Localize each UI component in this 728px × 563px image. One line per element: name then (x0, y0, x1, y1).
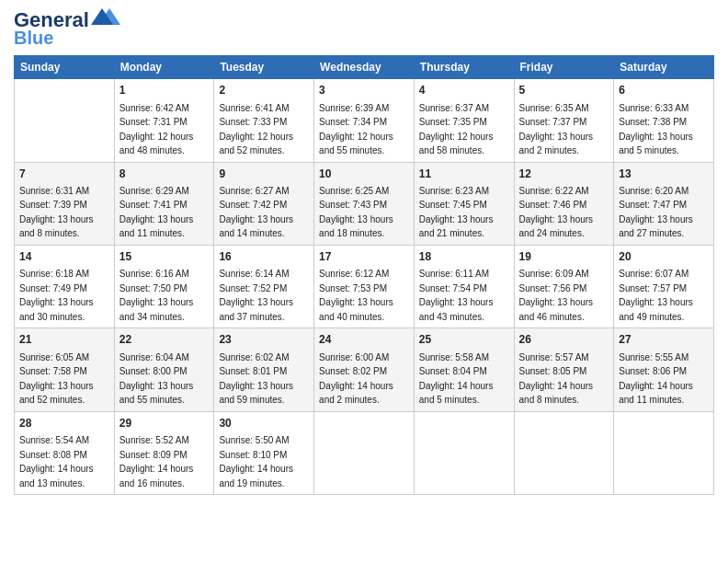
day-number: 27 (619, 332, 709, 348)
calendar-cell: 9Sunrise: 6:27 AMSunset: 7:42 PMDaylight… (214, 162, 314, 245)
col-header-friday: Friday (514, 56, 614, 79)
col-header-sunday: Sunday (15, 56, 115, 79)
week-row-2: 14Sunrise: 6:18 AMSunset: 7:49 PMDayligh… (15, 245, 714, 327)
day-number: 6 (619, 83, 709, 98)
logo-blue: Blue (14, 28, 53, 48)
calendar-cell: 24Sunrise: 6:00 AMSunset: 8:02 PMDayligh… (314, 328, 415, 411)
day-info: Sunrise: 6:20 AMSunset: 7:47 PMDaylight:… (619, 186, 693, 239)
day-number: 28 (19, 416, 109, 431)
calendar-cell (614, 411, 714, 494)
calendar-cell: 19Sunrise: 6:09 AMSunset: 7:56 PMDayligh… (514, 245, 614, 327)
day-number: 23 (219, 332, 309, 348)
calendar-cell: 28Sunrise: 5:54 AMSunset: 8:08 PMDayligh… (15, 411, 115, 494)
week-row-1: 7Sunrise: 6:31 AMSunset: 7:39 PMDaylight… (15, 162, 714, 245)
header-row: SundayMondayTuesdayWednesdayThursdayFrid… (15, 56, 714, 79)
calendar-cell: 14Sunrise: 6:18 AMSunset: 7:49 PMDayligh… (15, 245, 115, 327)
day-info: Sunrise: 5:58 AMSunset: 8:04 PMDaylight:… (419, 352, 494, 406)
calendar-cell: 2Sunrise: 6:41 AMSunset: 7:33 PMDaylight… (214, 79, 314, 162)
day-info: Sunrise: 5:52 AMSunset: 8:09 PMDaylight:… (119, 435, 194, 488)
col-header-tuesday: Tuesday (214, 56, 314, 79)
day-number: 10 (319, 167, 409, 182)
day-number: 5 (519, 83, 609, 98)
calendar-cell: 22Sunrise: 6:04 AMSunset: 8:00 PMDayligh… (114, 328, 214, 411)
calendar-cell: 29Sunrise: 5:52 AMSunset: 8:09 PMDayligh… (114, 411, 214, 494)
week-row-3: 21Sunrise: 6:05 AMSunset: 7:58 PMDayligh… (15, 328, 714, 411)
page: General Blue SundayMondayTuesdayWednesda… (0, 0, 728, 563)
col-header-monday: Monday (114, 56, 214, 79)
day-info: Sunrise: 6:41 AMSunset: 7:33 PMDaylight:… (219, 103, 293, 156)
calendar-cell (514, 411, 614, 494)
calendar-cell: 16Sunrise: 6:14 AMSunset: 7:52 PMDayligh… (214, 245, 314, 327)
calendar-cell: 5Sunrise: 6:35 AMSunset: 7:37 PMDaylight… (514, 79, 614, 162)
calendar-cell: 7Sunrise: 6:31 AMSunset: 7:39 PMDaylight… (15, 162, 115, 245)
calendar-cell: 15Sunrise: 6:16 AMSunset: 7:50 PMDayligh… (114, 245, 214, 327)
calendar-table: SundayMondayTuesdayWednesdayThursdayFrid… (14, 55, 714, 495)
calendar-cell: 3Sunrise: 6:39 AMSunset: 7:34 PMDaylight… (314, 79, 415, 162)
day-info: Sunrise: 6:04 AMSunset: 8:00 PMDaylight:… (119, 352, 194, 406)
day-info: Sunrise: 6:05 AMSunset: 7:58 PMDaylight:… (19, 352, 94, 406)
day-info: Sunrise: 5:54 AMSunset: 8:08 PMDaylight:… (19, 435, 94, 488)
calendar-cell: 20Sunrise: 6:07 AMSunset: 7:57 PMDayligh… (614, 245, 714, 327)
calendar-cell: 30Sunrise: 5:50 AMSunset: 8:10 PMDayligh… (214, 411, 314, 494)
calendar-cell (314, 411, 415, 494)
calendar-cell: 21Sunrise: 6:05 AMSunset: 7:58 PMDayligh… (15, 328, 115, 411)
calendar-cell: 11Sunrise: 6:23 AMSunset: 7:45 PMDayligh… (414, 162, 514, 245)
day-info: Sunrise: 6:09 AMSunset: 7:56 PMDaylight:… (519, 269, 594, 322)
day-info: Sunrise: 6:31 AMSunset: 7:39 PMDaylight:… (19, 186, 94, 239)
calendar-cell: 6Sunrise: 6:33 AMSunset: 7:38 PMDaylight… (614, 79, 714, 162)
day-info: Sunrise: 6:39 AMSunset: 7:34 PMDaylight:… (319, 103, 393, 156)
week-row-4: 28Sunrise: 5:54 AMSunset: 8:08 PMDayligh… (15, 411, 714, 494)
calendar-cell: 18Sunrise: 6:11 AMSunset: 7:54 PMDayligh… (414, 245, 514, 327)
calendar-cell: 13Sunrise: 6:20 AMSunset: 7:47 PMDayligh… (614, 162, 714, 245)
day-number: 8 (119, 167, 210, 182)
day-number: 21 (19, 332, 109, 348)
col-header-saturday: Saturday (614, 56, 714, 79)
header: General Blue (14, 9, 714, 48)
day-number: 11 (419, 167, 509, 182)
day-number: 29 (119, 416, 210, 431)
day-number: 13 (619, 167, 709, 182)
day-info: Sunrise: 6:23 AMSunset: 7:45 PMDaylight:… (419, 186, 494, 239)
day-number: 9 (219, 167, 309, 182)
day-number: 3 (319, 83, 409, 98)
day-info: Sunrise: 5:50 AMSunset: 8:10 PMDaylight:… (219, 435, 293, 488)
day-info: Sunrise: 6:02 AMSunset: 8:01 PMDaylight:… (219, 352, 293, 406)
day-number: 4 (419, 83, 509, 98)
calendar-cell: 26Sunrise: 5:57 AMSunset: 8:05 PMDayligh… (514, 328, 614, 411)
day-info: Sunrise: 6:22 AMSunset: 7:46 PMDaylight:… (519, 186, 594, 239)
day-info: Sunrise: 6:25 AMSunset: 7:43 PMDaylight:… (319, 186, 393, 239)
day-info: Sunrise: 6:27 AMSunset: 7:42 PMDaylight:… (219, 186, 293, 239)
logo: General Blue (14, 9, 120, 48)
day-info: Sunrise: 6:35 AMSunset: 7:37 PMDaylight:… (519, 103, 594, 156)
logo-icon (91, 6, 120, 30)
calendar-cell (414, 411, 514, 494)
day-info: Sunrise: 6:14 AMSunset: 7:52 PMDaylight:… (219, 269, 293, 322)
day-info: Sunrise: 6:33 AMSunset: 7:38 PMDaylight:… (619, 103, 693, 156)
day-info: Sunrise: 6:07 AMSunset: 7:57 PMDaylight:… (619, 269, 693, 322)
day-number: 25 (419, 332, 509, 348)
day-number: 16 (219, 249, 309, 265)
calendar-cell: 17Sunrise: 6:12 AMSunset: 7:53 PMDayligh… (314, 245, 415, 327)
day-number: 30 (219, 416, 309, 431)
calendar-cell: 10Sunrise: 6:25 AMSunset: 7:43 PMDayligh… (314, 162, 415, 245)
day-info: Sunrise: 6:00 AMSunset: 8:02 PMDaylight:… (319, 352, 393, 406)
col-header-wednesday: Wednesday (314, 56, 415, 79)
day-info: Sunrise: 6:37 AMSunset: 7:35 PMDaylight:… (419, 103, 494, 156)
week-row-0: 1Sunrise: 6:42 AMSunset: 7:31 PMDaylight… (15, 79, 714, 162)
day-number: 26 (519, 332, 609, 348)
calendar-cell: 27Sunrise: 5:55 AMSunset: 8:06 PMDayligh… (614, 328, 714, 411)
day-number: 18 (419, 249, 509, 265)
day-number: 15 (119, 249, 210, 265)
day-number: 12 (519, 167, 609, 182)
day-info: Sunrise: 6:11 AMSunset: 7:54 PMDaylight:… (419, 269, 494, 322)
calendar-cell: 1Sunrise: 6:42 AMSunset: 7:31 PMDaylight… (114, 79, 214, 162)
calendar-cell (15, 79, 115, 162)
calendar-cell: 8Sunrise: 6:29 AMSunset: 7:41 PMDaylight… (114, 162, 214, 245)
day-number: 2 (219, 83, 309, 98)
day-info: Sunrise: 6:29 AMSunset: 7:41 PMDaylight:… (119, 186, 194, 239)
day-number: 7 (19, 167, 109, 182)
day-info: Sunrise: 5:55 AMSunset: 8:06 PMDaylight:… (619, 352, 693, 406)
day-number: 17 (319, 249, 409, 265)
day-number: 14 (19, 249, 109, 265)
calendar-cell: 4Sunrise: 6:37 AMSunset: 7:35 PMDaylight… (414, 79, 514, 162)
